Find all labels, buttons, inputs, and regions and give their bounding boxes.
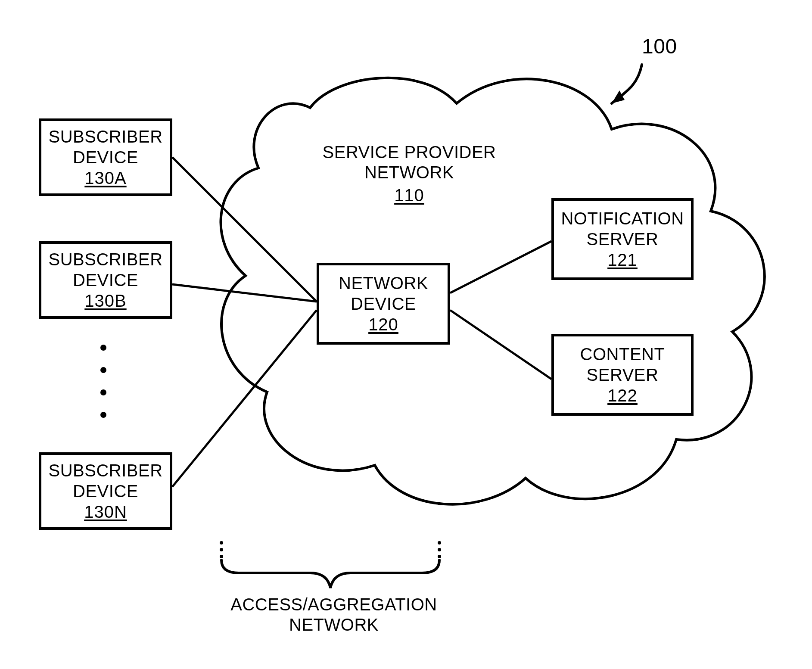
- sub-a-ref: 130A: [84, 168, 126, 188]
- cloud-ref: 110: [394, 185, 424, 205]
- sub-a-line2: DEVICE: [73, 147, 138, 168]
- dot-icon: [100, 345, 106, 351]
- svg-point-4: [438, 548, 441, 551]
- svg-point-3: [438, 541, 441, 545]
- network-device-box: NETWORK DEVICE 120: [317, 263, 450, 345]
- notification-server-box: NOTIFICATION SERVER 121: [551, 198, 694, 280]
- cloud-title: SERVICE PROVIDER NETWORK 110: [302, 142, 517, 206]
- sub-a-line1: SUBSCRIBER: [48, 127, 162, 147]
- vertical-ellipsis: [100, 345, 106, 418]
- bracket-ticks-right: [438, 541, 441, 558]
- subscriber-device-b: SUBSCRIBER DEVICE 130B: [39, 241, 172, 319]
- svg-point-2: [220, 555, 223, 558]
- cloud-title-line2: NETWORK: [302, 162, 517, 183]
- figure-ref-text: 100: [642, 35, 677, 58]
- content-ref: 122: [607, 386, 638, 405]
- dot-icon: [100, 412, 106, 418]
- diagram-stage: 100 SERVICE PROVIDER NETWORK 110 SUBSCRI…: [0, 0, 812, 669]
- link-sub-n: [172, 310, 317, 487]
- network-device-line1: NETWORK: [339, 273, 428, 293]
- cloud-title-line1: SERVICE PROVIDER: [302, 142, 517, 162]
- link-sub-b: [172, 284, 317, 302]
- subscriber-device-a: SUBSCRIBER DEVICE 130A: [39, 118, 172, 196]
- notification-line2: SERVER: [587, 229, 659, 249]
- figure-ref-label: 100: [642, 34, 677, 59]
- svg-point-1: [220, 548, 223, 551]
- figure-ref-arrowhead: [612, 90, 625, 103]
- dot-icon: [100, 389, 106, 395]
- content-server-box: CONTENT SERVER 122: [551, 334, 694, 416]
- link-sub-a: [172, 157, 317, 302]
- sub-n-ref: 130N: [84, 502, 127, 522]
- access-agg-line1: ACCESS/AGGREGATION: [215, 594, 452, 615]
- sub-b-line2: DEVICE: [73, 270, 138, 290]
- content-line1: CONTENT: [580, 344, 665, 364]
- curly-bracket: [221, 560, 439, 588]
- svg-point-5: [438, 555, 441, 558]
- network-device-line2: DEVICE: [351, 294, 416, 314]
- access-agg-line2: NETWORK: [215, 615, 452, 635]
- subscriber-device-n: SUBSCRIBER DEVICE 130N: [39, 452, 172, 530]
- network-device-ref: 120: [368, 315, 398, 334]
- notification-ref: 121: [607, 250, 638, 270]
- content-line2: SERVER: [587, 365, 659, 385]
- access-aggregation-label: ACCESS/AGGREGATION NETWORK: [215, 594, 452, 635]
- bracket-ticks-left: [220, 541, 223, 558]
- sub-n-line2: DEVICE: [73, 481, 138, 501]
- sub-b-ref: 130B: [84, 291, 126, 311]
- svg-point-0: [220, 541, 223, 545]
- notification-line1: NOTIFICATION: [561, 208, 684, 229]
- link-notification: [450, 241, 551, 293]
- sub-n-line1: SUBSCRIBER: [48, 461, 162, 481]
- sub-b-line1: SUBSCRIBER: [48, 249, 162, 270]
- link-content: [450, 310, 551, 379]
- dot-icon: [100, 367, 106, 373]
